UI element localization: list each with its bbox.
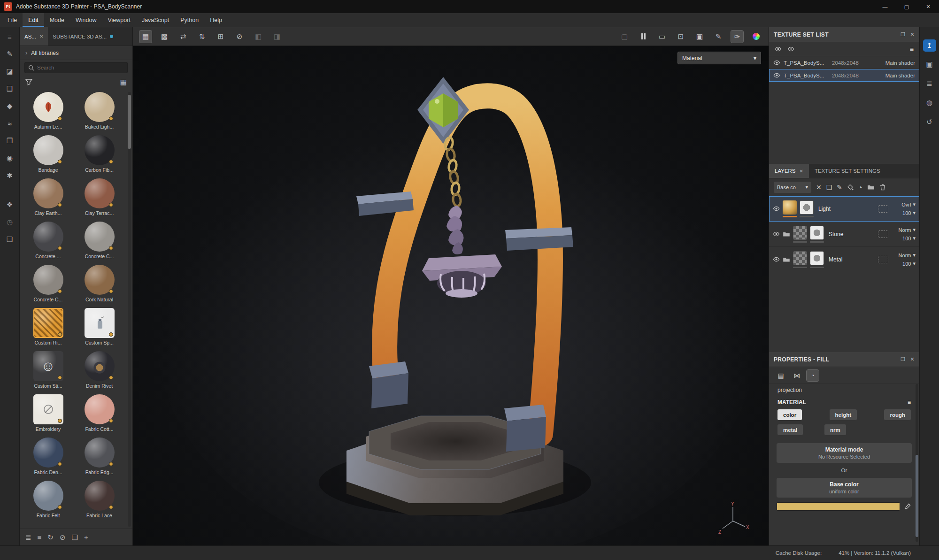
opacity-dropdown[interactable]: 100▾	[902, 261, 916, 267]
search-box[interactable]	[24, 62, 128, 73]
stack-view-icon[interactable]: ≡	[38, 531, 42, 544]
material-item[interactable]: Custom Sp...	[75, 308, 124, 350]
layer-row-metal[interactable]: Metal Norm▾ 100▾	[769, 247, 919, 272]
add-paint-layer-icon[interactable]: ✎	[837, 184, 842, 191]
list-view-icon[interactable]: ≣	[25, 531, 31, 544]
material-item[interactable]: Fabric Lace	[75, 481, 124, 523]
rect-select-icon[interactable]: ▭	[656, 31, 668, 43]
geometry-mask-box[interactable]	[878, 230, 888, 238]
filter-funnel-icon[interactable]	[25, 79, 32, 85]
material-menu-icon[interactable]: ≡	[908, 399, 911, 406]
add-resource-icon[interactable]: +	[84, 531, 88, 544]
maximize-button[interactable]: ▢	[896, 0, 917, 13]
material-item[interactable]: Clay Terrac...	[75, 178, 124, 221]
perspective-cube-icon[interactable]: ⊡	[675, 31, 687, 43]
blend-mode-dropdown[interactable]: Ovrl▾	[901, 201, 916, 207]
layer-mask-thumb[interactable]	[800, 200, 814, 215]
tab-texture-set-settings[interactable]: TEXTURE SET SETTINGS	[809, 164, 886, 178]
material-item[interactable]: Concrete C...	[75, 222, 124, 264]
base-color-swatch[interactable]	[777, 502, 900, 511]
add-effect-icon[interactable]: ✕	[816, 184, 822, 191]
3d-model-lantern[interactable]	[133, 46, 769, 545]
layer-row-light[interactable]: Light Ovrl▾ 100▾	[769, 196, 919, 222]
export-textures-icon[interactable]: ↥	[923, 39, 936, 52]
disable-history-icon[interactable]: ⊘	[233, 31, 246, 43]
texture-set-row[interactable]: T_PSA_BodyS... 2048x2048 Main shader	[769, 56, 919, 69]
material-item[interactable]: Bandage	[23, 135, 73, 177]
tab-layers[interactable]: LAYERS ✕	[769, 164, 809, 178]
scrollbar-thumb[interactable]	[128, 95, 131, 149]
scrollbar-thumb[interactable]	[916, 455, 918, 537]
search-input[interactable]	[37, 65, 98, 70]
geometry-mask-box[interactable]	[878, 256, 888, 263]
layer-visibility-eye-icon[interactable]	[773, 257, 780, 262]
tab-close-icon[interactable]: ✕	[800, 169, 803, 174]
material-item[interactable]: ☺ Custom Sti...	[23, 351, 73, 393]
opacity-dropdown[interactable]: 100▾	[902, 235, 916, 241]
expired-resources-icon[interactable]: ⊘	[60, 531, 66, 544]
clone-tool-icon[interactable]: ❐	[3, 134, 17, 147]
properties-tab-material-icon[interactable]: ◔	[807, 370, 819, 381]
channel-color-button[interactable]: color	[777, 409, 802, 420]
material-item[interactable]: Denim Rivet	[75, 351, 124, 393]
layer-visibility-eye-icon[interactable]	[773, 206, 780, 211]
projection-tool-icon[interactable]: ❑	[3, 82, 17, 95]
mirror-b-icon[interactable]: ◨	[271, 31, 283, 43]
paint-brush-tool-icon[interactable]: ✎	[3, 47, 17, 61]
menu-help[interactable]: Help	[204, 13, 228, 27]
channel-nrm-button[interactable]: nrm	[824, 424, 846, 435]
solo-eye-icon[interactable]	[787, 46, 794, 52]
material-item[interactable]: Fabric Den...	[23, 437, 73, 480]
folder-icon[interactable]: ❏	[72, 531, 78, 544]
history-panel-icon[interactable]: ↺	[923, 115, 937, 129]
menu-file[interactable]: File	[2, 13, 23, 27]
material-item[interactable]: Custom Ri...	[23, 308, 73, 350]
tab-assets[interactable]: AS... ✕	[20, 27, 48, 46]
blend-mode-dropdown[interactable]: Norm▾	[899, 227, 916, 233]
online-assets-icon[interactable]: ◍	[923, 96, 937, 109]
material-item[interactable]: Cork Natural	[75, 265, 124, 307]
detach-panel-icon[interactable]: ❐	[901, 31, 905, 38]
brush-mode-icon[interactable]: ✑	[731, 31, 743, 43]
color-picker-icon[interactable]	[750, 31, 762, 43]
add-group-icon[interactable]	[867, 184, 875, 190]
properties-tab-geometry-icon[interactable]: ⋈	[791, 370, 803, 381]
menu-mode[interactable]: Mode	[44, 13, 70, 27]
geometry-mask-tool-icon[interactable]: ❖	[3, 198, 17, 211]
material-item[interactable]: Fabric Edg...	[75, 437, 124, 480]
add-stencil-icon[interactable]: ⊞	[215, 31, 227, 43]
panel-menu-icon[interactable]: ≡	[3, 30, 17, 43]
channel-rough-button[interactable]: rough	[884, 409, 911, 420]
layer-content-thumb[interactable]	[793, 226, 807, 240]
show-all-eye-icon[interactable]	[775, 46, 782, 52]
smudge-tool-icon[interactable]: ≈	[3, 117, 17, 130]
channel-filter-dropdown[interactable]: Base co ▾	[774, 182, 811, 193]
material-item[interactable]: Fabric Cott...	[75, 394, 124, 437]
eyedropper-icon[interactable]	[904, 503, 911, 510]
visibility-eye-icon[interactable]	[773, 73, 780, 78]
geometry-mask-box[interactable]	[878, 205, 888, 213]
menu-javascript[interactable]: JavaScript	[136, 13, 175, 27]
channel-metal-button[interactable]: metal	[777, 424, 803, 435]
properties-tab-settings-icon[interactable]: ▤	[775, 370, 787, 381]
properties-scrollbar[interactable]	[916, 384, 918, 542]
refresh-icon[interactable]: ↻	[47, 531, 54, 544]
layer-content-thumb[interactable]	[783, 200, 797, 215]
pause-engine-icon[interactable]	[637, 31, 649, 43]
pen-pressure-icon[interactable]: ✎	[712, 31, 724, 43]
minimize-button[interactable]: —	[874, 0, 896, 13]
material-item[interactable]: Embroidery	[23, 394, 73, 437]
layer-visibility-eye-icon[interactable]	[773, 231, 780, 237]
material-item[interactable]: Carbon Fib...	[75, 135, 124, 177]
symmetry-y-icon[interactable]: ⇅	[196, 31, 208, 43]
symmetry-x-icon[interactable]: ⇄	[177, 31, 189, 43]
bake-pending-icon[interactable]: ◷	[3, 215, 17, 229]
material-item[interactable]: Clay Earth...	[23, 178, 73, 221]
tab-close-icon[interactable]: ✕	[39, 34, 43, 39]
close-panel-icon[interactable]: ✕	[910, 31, 915, 38]
menu-window[interactable]: Window	[70, 13, 102, 27]
camera-view-icon[interactable]: ▣	[693, 31, 706, 43]
menu-viewport[interactable]: Viewport	[102, 13, 136, 27]
opacity-dropdown[interactable]: 100▾	[902, 210, 916, 216]
material-picker-tool-icon[interactable]: ◉	[3, 152, 17, 165]
